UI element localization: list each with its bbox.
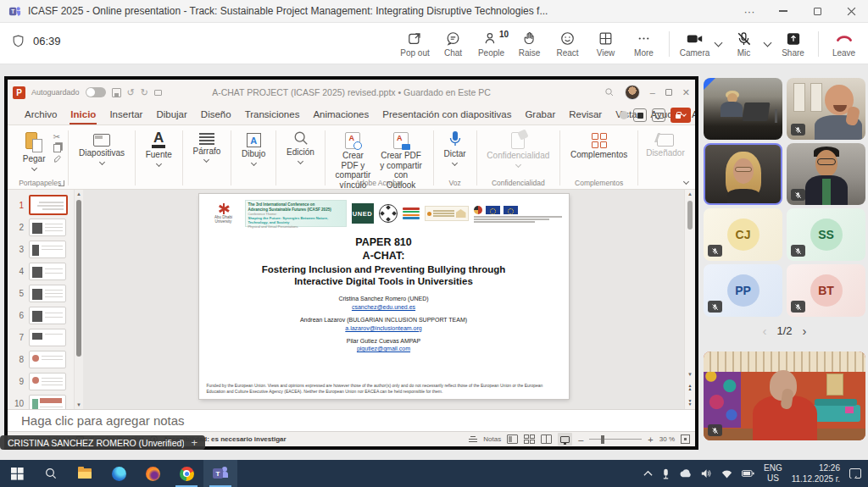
thumbnail-slide-5[interactable]: 5 bbox=[8, 282, 74, 304]
zoom-out-button[interactable]: – bbox=[578, 434, 583, 445]
restore-button[interactable] bbox=[800, 0, 834, 23]
normal-view-button[interactable] bbox=[507, 434, 518, 444]
action-center-icon[interactable] bbox=[849, 468, 861, 479]
language-indicator[interactable]: ENG US bbox=[764, 463, 782, 484]
chat-button[interactable]: Chat bbox=[434, 30, 472, 58]
pagination-next-icon[interactable]: › bbox=[803, 324, 807, 338]
thumbnail-slide-9[interactable]: 9 bbox=[8, 370, 74, 392]
confidentiality-button[interactable]: Confidencialidad bbox=[482, 129, 554, 167]
format-painter-icon[interactable] bbox=[53, 155, 62, 163]
slides-button[interactable]: Diapositivas bbox=[75, 129, 129, 164]
participant-video-tile[interactable] bbox=[787, 143, 865, 205]
clipboard-dialog-launcher[interactable] bbox=[58, 180, 64, 186]
tray-expand-chevron-icon[interactable] bbox=[643, 470, 653, 477]
taskbar-teams[interactable]: T bbox=[203, 460, 237, 487]
zoom-slider-thumb[interactable] bbox=[601, 435, 604, 444]
raise-hand-button[interactable]: Raise bbox=[510, 30, 548, 58]
tab-insertar[interactable]: Insertar bbox=[103, 105, 149, 125]
mic-options-chevron-icon[interactable] bbox=[764, 38, 772, 47]
thumbnail-slide-6[interactable]: 6 bbox=[8, 304, 74, 326]
redo-icon[interactable]: ↻ bbox=[141, 87, 148, 98]
slide-editor[interactable]: Abu Dhabi University The 3rd Internation… bbox=[199, 194, 569, 399]
author-email-link[interactable]: csanchez@edu.uned.es bbox=[199, 303, 569, 312]
search-icon[interactable] bbox=[604, 87, 615, 97]
tab-animaciones[interactable]: Animaciones bbox=[306, 105, 376, 125]
ppt-minimize-icon[interactable]: – bbox=[650, 87, 655, 97]
leave-button[interactable]: Leave bbox=[825, 30, 863, 58]
popout-button[interactable]: Pop out bbox=[396, 30, 434, 58]
designer-button[interactable]: Diseñador bbox=[642, 129, 689, 158]
tab-grabar[interactable]: Grabar bbox=[518, 105, 562, 125]
participant-video-tile-active-speaker[interactable] bbox=[704, 143, 782, 205]
tab-dibujar[interactable]: Dibujar bbox=[149, 105, 193, 125]
taskbar-chrome[interactable] bbox=[170, 460, 203, 487]
camera-button[interactable]: Camera bbox=[676, 30, 714, 58]
draw-button[interactable]: ADibujo bbox=[237, 129, 270, 165]
taskbar-firefox[interactable] bbox=[136, 460, 170, 487]
share-button[interactable]: Share bbox=[774, 30, 812, 58]
thumbnail-slide-7[interactable]: 7 bbox=[8, 326, 74, 348]
pagination-prev-icon[interactable]: ‹ bbox=[762, 324, 766, 338]
font-button[interactable]: AFuente bbox=[142, 129, 176, 166]
zoom-slider[interactable] bbox=[589, 439, 642, 440]
participant-video-tile[interactable] bbox=[787, 78, 865, 140]
notes-toggle-button[interactable]: Notas bbox=[483, 435, 501, 443]
thumbnail-slide-1[interactable]: 1 bbox=[8, 194, 74, 216]
zoom-level[interactable]: 30 % bbox=[659, 435, 675, 443]
taskbar-clock[interactable]: 12:26 11.12.2025 г. bbox=[792, 462, 840, 484]
save-icon[interactable] bbox=[112, 88, 121, 97]
previous-slide-button[interactable]: ▲▲ bbox=[685, 384, 695, 390]
tab-presentacion[interactable]: Presentación con diapositivas bbox=[376, 105, 518, 125]
thumbnail-slide-8[interactable]: 8 bbox=[8, 348, 74, 370]
thumbnail-slide-10[interactable]: 10 bbox=[8, 392, 74, 409]
tab-archivo[interactable]: Archivo bbox=[18, 105, 64, 125]
tab-transiciones[interactable]: Transiciones bbox=[238, 105, 307, 125]
slide-scrollbar[interactable]: ▲ ▼ ▲▲ ▼▼ bbox=[684, 190, 695, 409]
tray-device-icon[interactable] bbox=[662, 468, 670, 479]
fit-slide-button[interactable] bbox=[681, 434, 690, 444]
author-email-link[interactable]: a.lazarov@inclusionteam.org bbox=[199, 324, 569, 333]
tab-inicio[interactable]: Inicio bbox=[64, 105, 103, 125]
edit-button[interactable]: Edición bbox=[282, 129, 319, 163]
onedrive-icon[interactable] bbox=[679, 469, 692, 478]
slide-sorter-view-button[interactable] bbox=[524, 434, 535, 444]
camera-options-chevron-icon[interactable] bbox=[715, 38, 723, 47]
tab-diseno[interactable]: Diseño bbox=[194, 105, 238, 125]
notes-pane[interactable]: Haga clic para agregar notas bbox=[8, 409, 695, 431]
presenter-label[interactable]: CRISTINA SANCHEZ ROMERO (Unverified) + bbox=[0, 435, 205, 450]
paste-button[interactable]: Pegar bbox=[19, 129, 50, 170]
scrollbar-thumb[interactable] bbox=[76, 200, 81, 357]
taskbar-edge[interactable] bbox=[102, 460, 136, 487]
slideshow-button[interactable] bbox=[558, 433, 572, 445]
author-email-link[interactable]: pigutiez@gmail.com bbox=[199, 345, 569, 353]
dictate-button[interactable]: Dictar bbox=[440, 129, 470, 165]
participant-initials-tile[interactable]: CJ bbox=[704, 208, 782, 261]
scroll-up-icon[interactable]: ▲ bbox=[685, 191, 695, 196]
participant-initials-tile[interactable]: BT bbox=[787, 264, 865, 317]
close-button[interactable] bbox=[834, 0, 868, 23]
paragraph-button[interactable]: Párrafo bbox=[189, 129, 225, 162]
addins-button[interactable]: Complementos bbox=[566, 129, 632, 160]
next-slide-button[interactable]: ▼▼ bbox=[685, 399, 695, 406]
participant-initials-tile[interactable]: PP bbox=[704, 264, 782, 317]
taskbar-file-explorer[interactable] bbox=[68, 460, 102, 487]
scroll-up-icon[interactable]: ▲ bbox=[75, 191, 83, 196]
self-video-tile[interactable] bbox=[704, 351, 865, 440]
window-more-button[interactable]: ··· bbox=[732, 0, 766, 23]
presenter-label-plus-icon[interactable]: + bbox=[191, 436, 198, 449]
mic-button[interactable]: Mic bbox=[725, 30, 763, 58]
autosave-toggle[interactable] bbox=[86, 87, 106, 97]
present-display-icon[interactable] bbox=[154, 90, 162, 96]
copilot-icon[interactable] bbox=[633, 108, 647, 122]
view-button[interactable]: View bbox=[587, 30, 625, 58]
account-avatar[interactable] bbox=[625, 85, 640, 100]
ppt-restore-icon[interactable] bbox=[665, 89, 672, 96]
scroll-down-icon[interactable]: ▼ bbox=[75, 402, 83, 407]
participant-video-tile[interactable] bbox=[704, 78, 782, 140]
share-locked-button[interactable] bbox=[670, 108, 691, 123]
cut-icon[interactable]: ✂ bbox=[53, 132, 62, 141]
minimize-button[interactable] bbox=[766, 0, 800, 23]
people-button[interactable]: 10 People bbox=[472, 30, 510, 58]
reading-view-button[interactable] bbox=[541, 434, 552, 444]
thumbnail-slide-2[interactable]: 2 bbox=[8, 216, 74, 238]
